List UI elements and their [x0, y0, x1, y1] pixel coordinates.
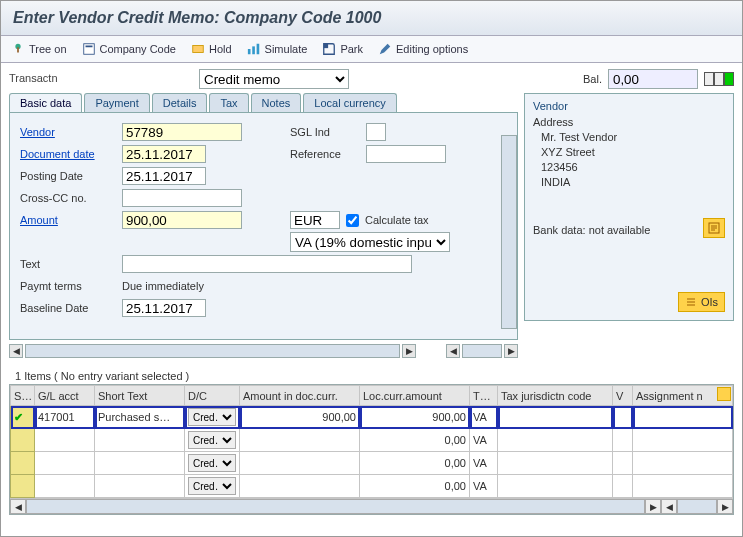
col-loc-amount[interactable]: Loc.curr.amount [360, 386, 470, 406]
company-code-button[interactable]: Company Code [82, 42, 176, 56]
tab-details[interactable]: Details [152, 93, 208, 112]
col-v[interactable]: V [613, 386, 633, 406]
col-gl-acct[interactable]: G/L acct [35, 386, 95, 406]
cell-v[interactable] [613, 429, 633, 452]
transactn-select[interactable]: Credit memo [199, 69, 349, 89]
col-tax-jur[interactable]: Tax jurisdictn code [498, 386, 613, 406]
row-status[interactable]: ✔ [11, 406, 35, 429]
table-row[interactable]: ✔417001Purchased s…Cred…900,00900,00VA [11, 406, 733, 429]
tab-payment[interactable]: Payment [84, 93, 149, 112]
col-t[interactable]: T… [470, 386, 498, 406]
cell-v[interactable] [613, 406, 633, 429]
amount-label[interactable]: Amount [20, 214, 116, 226]
cell-assignment[interactable] [633, 452, 733, 475]
row-status[interactable] [11, 452, 35, 475]
hscroll2-track[interactable] [462, 344, 502, 358]
cell-amount-doc[interactable] [240, 475, 360, 498]
cell-tax-jur[interactable] [498, 475, 613, 498]
hold-button[interactable]: Hold [191, 42, 232, 56]
cell-gl-acct[interactable] [35, 475, 95, 498]
cell-dc[interactable]: Cred… [185, 429, 240, 452]
cell-loc-amount[interactable]: 0,00 [360, 452, 470, 475]
row-status[interactable] [11, 475, 35, 498]
cell-short-text[interactable]: Purchased s… [95, 406, 185, 429]
cell-assignment[interactable] [633, 475, 733, 498]
col-short-text[interactable]: Short Text [95, 386, 185, 406]
hscroll-left[interactable]: ◀ [9, 344, 23, 358]
cell-loc-amount[interactable]: 900,00 [360, 406, 470, 429]
col-amount-doc[interactable]: Amount in doc.curr. [240, 386, 360, 406]
cell-tax-jur[interactable] [498, 429, 613, 452]
document-date-label[interactable]: Document date [20, 148, 116, 160]
cell-short-text[interactable] [95, 429, 185, 452]
table-row[interactable]: Cred…0,00VA [11, 475, 733, 498]
cell-dc[interactable]: Cred… [185, 406, 240, 429]
hscroll-track[interactable] [25, 344, 400, 358]
tab-basic-data[interactable]: Basic data [9, 93, 82, 112]
dc-select[interactable]: Cred… [188, 454, 236, 472]
park-button[interactable]: Park [322, 42, 363, 56]
cell-gl-acct[interactable]: 417001 [35, 406, 95, 429]
tab-local-currency[interactable]: Local currency [303, 93, 397, 112]
cell-loc-amount[interactable]: 0,00 [360, 429, 470, 452]
cell-amount-doc[interactable]: 900,00 [240, 406, 360, 429]
cell-gl-acct[interactable] [35, 429, 95, 452]
cell-short-text[interactable] [95, 475, 185, 498]
cell-tax-code[interactable]: VA [470, 475, 498, 498]
tab-notes[interactable]: Notes [251, 93, 302, 112]
vendor-label[interactable]: Vendor [20, 126, 116, 138]
cell-loc-amount[interactable]: 0,00 [360, 475, 470, 498]
row-status[interactable] [11, 429, 35, 452]
grid-hscroll-end-right[interactable]: ▶ [717, 499, 733, 514]
ois-button[interactable]: OIs [678, 292, 725, 312]
cell-assignment[interactable] [633, 406, 733, 429]
text-input[interactable] [122, 255, 412, 273]
editing-options-button[interactable]: Editing options [378, 42, 468, 56]
address-detail-button[interactable] [703, 218, 725, 238]
cell-tax-jur[interactable] [498, 406, 613, 429]
document-date-input[interactable] [122, 145, 206, 163]
cross-cc-input[interactable] [122, 189, 242, 207]
hscroll2-right[interactable]: ▶ [504, 344, 518, 358]
tab-tax[interactable]: Tax [209, 93, 248, 112]
cell-v[interactable] [613, 452, 633, 475]
vendor-input[interactable] [122, 123, 242, 141]
panel-scrollbar[interactable] [501, 135, 517, 329]
amount-input[interactable] [122, 211, 242, 229]
cell-amount-doc[interactable] [240, 429, 360, 452]
simulate-button[interactable]: Simulate [247, 42, 308, 56]
cell-dc[interactable]: Cred… [185, 475, 240, 498]
table-row[interactable]: Cred…0,00VA [11, 452, 733, 475]
cell-tax-jur[interactable] [498, 452, 613, 475]
grid-hscroll-end-left[interactable]: ◀ [661, 499, 677, 514]
sgl-ind-input[interactable] [366, 123, 386, 141]
cell-v[interactable] [613, 475, 633, 498]
posting-date-input[interactable] [122, 167, 206, 185]
cell-tax-code[interactable]: VA [470, 429, 498, 452]
cell-amount-doc[interactable] [240, 452, 360, 475]
grid-hscroll-right[interactable]: ▶ [645, 499, 661, 514]
grid-hscroll-track[interactable] [26, 499, 645, 514]
reference-input[interactable] [366, 145, 446, 163]
grid-hscroll-left[interactable]: ◀ [10, 499, 26, 514]
hscroll-right[interactable]: ▶ [402, 344, 416, 358]
hscroll2-left[interactable]: ◀ [446, 344, 460, 358]
cell-assignment[interactable] [633, 429, 733, 452]
col-dc[interactable]: D/C [185, 386, 240, 406]
calculate-tax-checkbox[interactable] [346, 214, 359, 227]
tree-on-button[interactable]: Tree on [11, 42, 67, 56]
gl-acct-input[interactable] [38, 432, 91, 448]
baseline-date-input[interactable] [122, 299, 206, 317]
dc-select[interactable]: Cred… [188, 408, 236, 426]
grid-hscroll-track2[interactable] [677, 499, 717, 514]
cell-dc[interactable]: Cred… [185, 452, 240, 475]
col-status[interactable]: S… [11, 386, 35, 406]
grid-config-button[interactable] [717, 387, 731, 401]
cell-gl-acct[interactable] [35, 452, 95, 475]
cell-short-text[interactable] [95, 452, 185, 475]
dc-select[interactable]: Cred… [188, 477, 236, 495]
currency-input[interactable] [290, 211, 340, 229]
dc-select[interactable]: Cred… [188, 431, 236, 449]
tax-code-select[interactable]: VA (19% domestic inpu… [290, 232, 450, 252]
cell-tax-code[interactable]: VA [470, 452, 498, 475]
